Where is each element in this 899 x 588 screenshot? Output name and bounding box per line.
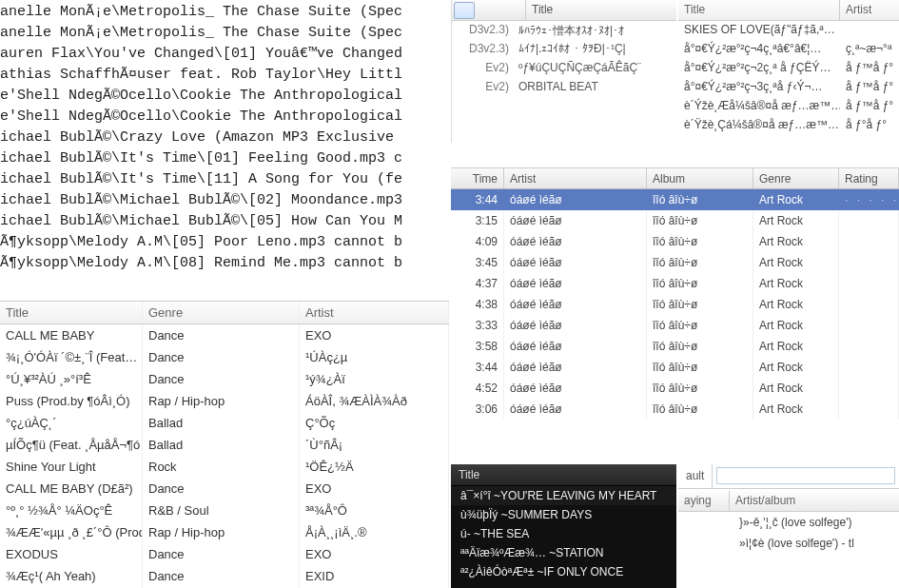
table-row[interactable]: 3:44óáøé ìéãøîîó âîù÷øArt Rock· · · · · bbox=[451, 189, 899, 210]
col-header-genre[interactable]: Genre bbox=[753, 168, 839, 188]
cell-rating[interactable]: · · · · · bbox=[839, 189, 899, 210]
list-item[interactable]: â¯×í°î ~YOU'RE LEAVING MY HEART bbox=[451, 486, 676, 505]
table-row[interactable]: å°¤€Ý¿²æ°²ç¬4ç¸ªâ€°â€¦…ç¸ª~æ¬°ª bbox=[678, 40, 899, 59]
cell-time: 4:38 bbox=[451, 294, 504, 315]
cell-rating[interactable] bbox=[839, 378, 899, 399]
col-header-artist[interactable]: Artist bbox=[840, 0, 899, 20]
cell-tag-version: D3v2.3) bbox=[452, 40, 513, 59]
cell-genre: Art Rock bbox=[753, 189, 839, 210]
table-row[interactable]: ¾ÆÆ'«µµ ¸ð ¸£´°Ô (Prod…Rap / Hip-hopÅ¡À¸… bbox=[0, 521, 449, 543]
table-row[interactable]: D3v2.3)ﾙﾊﾗｳｪ･憎本ｵｽｵ･ﾇｵ|･ｵ bbox=[452, 21, 676, 40]
title-artist-panel: Title Artist SKIES OF LOVE(ãƒ"ãƒ‡ã,ª…å°¤… bbox=[678, 0, 899, 143]
col-header-rating[interactable]: Rating bbox=[839, 168, 899, 188]
col-header-title[interactable]: Title bbox=[678, 0, 840, 20]
cell-genre: Dance bbox=[143, 324, 300, 346]
col-header-album[interactable]: Album bbox=[647, 168, 753, 188]
table-row[interactable]: D3v2.3)ﾑｲﾅ|.ｪｺｲﾎｵ ･ ﾀｦÐ|･¹Ç| bbox=[452, 40, 676, 59]
cell-rating[interactable] bbox=[839, 231, 899, 252]
cell-artist: óáøé ìéãø bbox=[504, 252, 647, 273]
cell-title: ¾Æç¹( Ah Yeah) bbox=[0, 565, 143, 587]
table-row[interactable]: å°¤€Ý¿²æ°²ç¬2ç¸ª å ƒÇËÝ…å ƒ™å ƒ° bbox=[678, 59, 899, 78]
preset-input[interactable] bbox=[716, 467, 895, 484]
table-row[interactable]: Puss (Prod.by ¶óÂì¸Ó)Rap / Hip-hopÁöÀÎ, … bbox=[0, 390, 449, 412]
col-header-title[interactable]: Title bbox=[451, 464, 676, 486]
cell-genre: Ballad bbox=[143, 434, 300, 456]
cell-rating[interactable] bbox=[839, 252, 899, 273]
cell-artist: óáøé ìéãø bbox=[504, 357, 647, 378]
table-row[interactable]: °º¸° ½¾Å° ¼ÄOç°ÊR&B / Soul³ª¾Å°Ô bbox=[0, 500, 449, 521]
table-row[interactable]: ¾¡¸Ó'ÓÀï ´©±¸¨Î (Feat…Dance¹ÚÀç¿µ bbox=[0, 346, 449, 368]
cell-time: 4:37 bbox=[451, 273, 504, 294]
cell-artist: óáøé ìéãø bbox=[504, 378, 647, 399]
table-row[interactable]: 3:15óáøé ìéãøîîó âîù÷øArt Rock bbox=[451, 210, 899, 231]
col-header-artist-album[interactable]: Artist/album bbox=[730, 491, 899, 511]
col-header-artist[interactable]: Artist bbox=[504, 168, 647, 188]
list-item[interactable]: }»-ě¸'¦¸č (love solfege') bbox=[678, 512, 899, 533]
cell-rating[interactable] bbox=[839, 315, 899, 336]
table-row[interactable]: 4:37óáøé ìéãøîîó âîù÷øArt Rock bbox=[451, 273, 899, 294]
table-row[interactable]: °Ú¸¥³²ÀÚ ¸»°í³ÊDance¹ý¾¿Àï bbox=[0, 368, 449, 390]
cell-rating[interactable] bbox=[839, 357, 899, 378]
table-row[interactable]: EXODUSDanceEXO bbox=[0, 543, 449, 565]
cell-album: îîó âîù÷ø bbox=[647, 378, 753, 399]
preset-bar: ault bbox=[678, 464, 899, 489]
tracks-table-left: Title Genre Artist CALL ME BABYDanceEXO¾… bbox=[0, 301, 449, 588]
cell-title: CALL ME BABY (D£ã²) bbox=[0, 478, 143, 500]
cell-artist: EXO bbox=[300, 543, 449, 565]
list-item[interactable]: ú- ~THE SEA bbox=[451, 524, 676, 543]
cell-artist: ³ª¾Å°Ô bbox=[300, 500, 449, 521]
list-item[interactable]: ª²¿ÀìêÓòªÆª± ~IF ONLY ONCE bbox=[451, 562, 676, 581]
table-row[interactable]: µÍÕç¶ü (Feat. ¸ÅµåÅ¬¶ó…Ballad´Ù°ñÂ¡ bbox=[0, 434, 449, 456]
table-row[interactable]: °ç¿úÀÇ˛´BalladÇ°Õç bbox=[0, 412, 449, 434]
table-row[interactable]: 4:52óáøé ìéãøîîó âîù÷øArt Rock bbox=[451, 378, 899, 399]
cell-artist: ´Ù°ñÂ¡ bbox=[300, 434, 449, 456]
table-row[interactable]: Ev2)ORBITAL BEAT bbox=[452, 78, 676, 97]
table-row[interactable]: å°¤€Ý¿²æ°²ç¬3ç¸ªå ƒ‹Ý¬…å ƒ™å ƒ° bbox=[678, 78, 899, 97]
cell-rating[interactable] bbox=[839, 294, 899, 315]
table-row[interactable]: 4:38óáøé ìéãøîîó âîù÷øArt Rock bbox=[451, 294, 899, 315]
log-line: ichael BublÃ©\Crazy Love (Amazon MP3 Exc… bbox=[0, 127, 447, 148]
col-header-title[interactable]: Title bbox=[526, 0, 676, 20]
col-header-title[interactable]: Title bbox=[0, 302, 143, 323]
cell-title: å°¤€Ý¿²æ°²ç¬2ç¸ª å ƒÇËÝ… bbox=[678, 59, 840, 78]
cell-rating[interactable] bbox=[839, 336, 899, 357]
list-item[interactable]: ù¾üþÏý ~SUMMER DAYS bbox=[451, 505, 676, 524]
list-item[interactable]: ªªÄïæ¾ºÆæ¾… ~STATION bbox=[451, 543, 676, 562]
library-table: Time Artist Album Genre Rating 3:44óáøé … bbox=[451, 167, 899, 462]
toolbar-icon[interactable] bbox=[454, 2, 475, 19]
cell-genre: Dance bbox=[143, 478, 300, 500]
table-row[interactable]: 4:09óáøé ìéãøîîó âîù÷øArt Rock bbox=[451, 231, 899, 252]
cell-title: °ç¿úÀÇ˛´ bbox=[0, 412, 143, 434]
table-row[interactable]: 3:33óáøé ìéãøîîó âîù÷øArt Rock bbox=[451, 315, 899, 336]
cell-artist: óáøé ìéãø bbox=[504, 273, 647, 294]
log-line: e'Shell NdegÃ©Ocello\Cookie The Anthropo… bbox=[0, 86, 447, 107]
cell-rating[interactable] bbox=[839, 273, 899, 294]
col-header-playing[interactable]: aying bbox=[678, 491, 730, 511]
table-row[interactable]: 3:45óáøé ìéãøîîó âîù÷øArt Rock bbox=[451, 252, 899, 273]
table-row[interactable]: CALL ME BABYDanceEXO bbox=[0, 324, 449, 346]
cell-title: °Ú¸¥³²ÀÚ ¸»°í³Ê bbox=[0, 368, 143, 390]
table-row[interactable]: 3:06óáøé ìéãøîîó âîù÷øArt Rock bbox=[451, 399, 899, 420]
cell-time: 3:33 bbox=[451, 315, 504, 336]
table-row[interactable]: SKIES OF LOVE(ãƒ"ãƒ‡ã,ª… bbox=[678, 21, 899, 40]
cell-genre: Art Rock bbox=[753, 231, 839, 252]
table-row[interactable]: è´Ÿžè¸Çá¼šâ®¤å æƒ…æ™…å ƒ°å ƒ° bbox=[678, 116, 899, 135]
col-header-time[interactable]: Time bbox=[451, 168, 504, 188]
cell-rating[interactable] bbox=[839, 210, 899, 231]
cell-tag-version: Ev2) bbox=[452, 59, 513, 78]
cell-tag-version: Ev2) bbox=[452, 78, 513, 97]
cell-artist: EXO bbox=[300, 478, 449, 500]
table-row[interactable]: 3:58óáøé ìéãøîîó âîù÷øArt Rock bbox=[451, 336, 899, 357]
col-header-genre[interactable]: Genre bbox=[143, 302, 300, 323]
cell-rating[interactable] bbox=[839, 399, 899, 420]
table-row[interactable]: CALL ME BABY (D£ã²)DanceEXO bbox=[0, 478, 449, 500]
table-row[interactable]: ¾Æç¹( Ah Yeah)DanceEXID bbox=[0, 565, 449, 587]
table-row[interactable]: 3:44óáøé ìéãøîîó âîù÷øArt Rock bbox=[451, 357, 899, 378]
table-row[interactable]: è´Ýžè¸Æå¼šâ®¤å æƒ…æ™…å ƒ™å ƒ° bbox=[678, 97, 899, 116]
cell-time: 3:45 bbox=[451, 252, 504, 273]
table-row[interactable]: Ev2)ºƒ¥úÇUÇÑÇæÇáÃÊãÇ¨ bbox=[452, 59, 676, 78]
col-header-artist[interactable]: Artist bbox=[300, 302, 449, 323]
list-item[interactable]: »ì¦¢è (love solfege') - tl bbox=[678, 533, 899, 554]
table-row[interactable]: Shine Your LightRock¹ÖÊ¿½Ä bbox=[0, 456, 449, 478]
cell-time: 3:15 bbox=[451, 210, 504, 231]
